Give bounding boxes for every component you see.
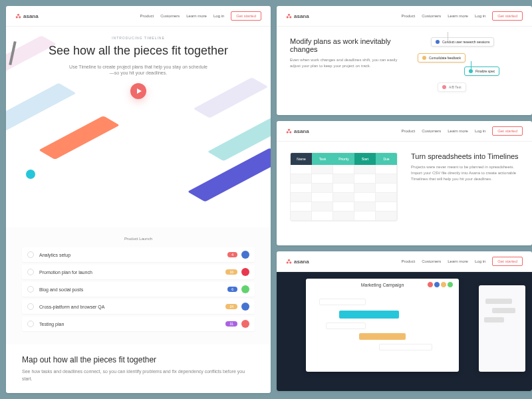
nav-product[interactable]: Product bbox=[140, 14, 154, 18]
nav-login[interactable]: Log in bbox=[475, 14, 485, 18]
svg-point-5 bbox=[289, 16, 291, 18]
get-started-button[interactable]: Get started bbox=[492, 11, 523, 21]
sheet-header: Priority bbox=[333, 153, 354, 165]
asana-logo-icon bbox=[286, 259, 292, 265]
svg-point-7 bbox=[287, 131, 289, 133]
connector-line bbox=[448, 32, 448, 41]
task-badge: 31 bbox=[225, 321, 237, 327]
timeline-bar bbox=[485, 299, 512, 304]
brand-name: asana bbox=[294, 13, 309, 19]
brand-logo[interactable]: asana bbox=[15, 13, 39, 19]
avatar bbox=[427, 281, 434, 288]
task-name: Testing plan bbox=[39, 322, 225, 327]
hero-section: INTRODUCING TIMELINE See how all the pie… bbox=[6, 27, 271, 227]
nav-customers[interactable]: Customers bbox=[422, 129, 441, 133]
flow-label: A/B Test bbox=[449, 85, 462, 89]
nav-learn[interactable]: Learn more bbox=[186, 14, 207, 18]
top-nav: asana Product Customers Learn more Log i… bbox=[6, 6, 271, 27]
avatar bbox=[241, 268, 249, 276]
brand-name: asana bbox=[294, 128, 309, 134]
nav-product[interactable]: Product bbox=[402, 129, 416, 133]
flow-diagram: Conduct user research sessions Consolida… bbox=[411, 37, 519, 105]
nav-product[interactable]: Product bbox=[402, 14, 416, 18]
top-nav: asana Product Customers Learn more Log i… bbox=[277, 251, 532, 272]
nav-login[interactable]: Log in bbox=[475, 259, 485, 263]
brand-logo[interactable]: asana bbox=[286, 259, 309, 265]
task-list-section: Product Launch Analytics setup 4 Promoti… bbox=[6, 227, 271, 344]
brand-name: asana bbox=[23, 13, 39, 19]
nav-login[interactable]: Log in bbox=[213, 14, 224, 18]
section-title: Modify plans as work inevitably changes bbox=[290, 37, 398, 53]
nav-customers[interactable]: Customers bbox=[422, 259, 441, 263]
task-checkbox-icon[interactable] bbox=[27, 251, 34, 258]
nav-customers[interactable]: Customers bbox=[422, 14, 441, 18]
timeline-bar bbox=[339, 311, 399, 319]
sheet-header: Start bbox=[354, 153, 376, 165]
nav-login[interactable]: Log in bbox=[475, 129, 485, 133]
task-checkbox-icon[interactable] bbox=[27, 303, 34, 310]
task-row[interactable]: Analytics setup 4 bbox=[22, 247, 255, 262]
task-list-header: Product Launch bbox=[22, 237, 255, 241]
task-row[interactable]: Blog and social posts 6 bbox=[22, 282, 255, 297]
asana-logo-icon bbox=[286, 128, 292, 134]
task-checkbox-icon[interactable] bbox=[27, 321, 34, 327]
task-name: Analytics setup bbox=[39, 253, 227, 257]
map-out-section: Map out how all the pieces fit together … bbox=[6, 344, 271, 393]
section-body: Projects were never meant to be planned … bbox=[411, 164, 519, 182]
task-checkbox-icon[interactable] bbox=[27, 269, 34, 275]
campaign-preview: Marketing Campaign bbox=[277, 272, 532, 391]
nav-learn[interactable]: Learn more bbox=[448, 14, 468, 18]
avatar bbox=[440, 281, 447, 288]
svg-point-10 bbox=[287, 261, 289, 263]
task-row[interactable]: Promotion plan for launch 16 bbox=[22, 265, 255, 279]
section-title: Turn spreadsheets into Timelines bbox=[411, 152, 519, 160]
nav-customers[interactable]: Customers bbox=[160, 14, 180, 18]
task-name: Cross-platform and browser QA bbox=[39, 305, 225, 309]
dot-icon bbox=[436, 40, 440, 44]
section-body: Even when work changes and deadlines shi… bbox=[290, 57, 398, 69]
flow-node: Consolidate feedback bbox=[418, 53, 466, 63]
avatar bbox=[241, 251, 249, 259]
flow-node: Conduct user research sessions bbox=[431, 37, 494, 47]
connector-line bbox=[471, 61, 471, 69]
task-badge: 24 bbox=[225, 304, 237, 309]
task-checkbox-icon[interactable] bbox=[27, 286, 34, 293]
get-started-button[interactable]: Get started bbox=[492, 257, 523, 266]
svg-point-11 bbox=[289, 261, 291, 263]
avatar bbox=[241, 303, 249, 311]
hero-title: See how all the pieces fit together bbox=[19, 44, 257, 59]
brand-logo[interactable]: asana bbox=[286, 128, 309, 134]
sheet-header: Task bbox=[312, 153, 333, 165]
flow-node: Finalize spec bbox=[464, 66, 499, 76]
task-row[interactable]: Testing plan 31 bbox=[22, 317, 255, 331]
flow-node: A/B Test bbox=[438, 82, 466, 92]
flow-label: Finalize spec bbox=[475, 69, 495, 73]
svg-point-0 bbox=[17, 13, 19, 15]
play-video-button[interactable] bbox=[130, 83, 146, 99]
task-row[interactable]: Cross-platform and browser QA 24 bbox=[22, 299, 255, 314]
svg-point-2 bbox=[19, 16, 21, 18]
nav-learn[interactable]: Learn more bbox=[448, 129, 468, 133]
timeline-bar bbox=[359, 333, 406, 340]
svg-point-9 bbox=[288, 259, 290, 261]
asana-logo-icon bbox=[286, 13, 292, 19]
avatar bbox=[447, 281, 454, 288]
svg-point-3 bbox=[288, 13, 290, 15]
get-started-button[interactable]: Get started bbox=[231, 11, 261, 21]
task-badge: 16 bbox=[225, 269, 237, 275]
get-started-button[interactable]: Get started bbox=[492, 126, 523, 136]
dot-icon bbox=[442, 85, 446, 89]
task-name: Blog and social posts bbox=[39, 287, 227, 292]
sheet-header: Name bbox=[291, 153, 312, 165]
svg-point-4 bbox=[287, 16, 289, 18]
nav-product[interactable]: Product bbox=[402, 259, 416, 263]
top-nav: asana Product Customers Learn more Log i… bbox=[277, 6, 532, 27]
brand-logo[interactable]: asana bbox=[286, 13, 309, 19]
task-badge: 6 bbox=[227, 287, 237, 292]
task-badge: 4 bbox=[227, 252, 237, 257]
nav-learn[interactable]: Learn more bbox=[448, 259, 468, 263]
hero-eyebrow: INTRODUCING TIMELINE bbox=[19, 36, 257, 40]
timeline-bar bbox=[326, 323, 366, 329]
avatar bbox=[434, 281, 440, 288]
task-name: Promotion plan for launch bbox=[39, 270, 225, 275]
